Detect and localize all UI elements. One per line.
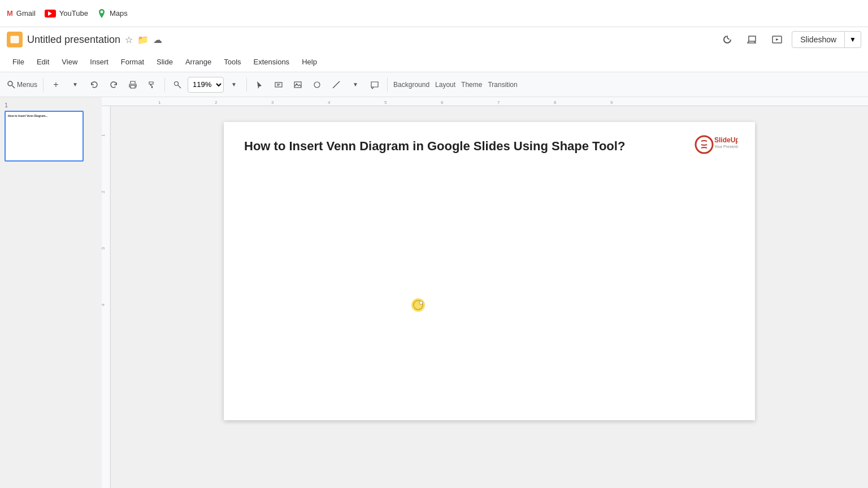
menu-view[interactable]: View (56, 55, 83, 68)
comments-button[interactable] (742, 29, 762, 50)
toolbar-add-group: + ▼ (47, 76, 84, 94)
gmail-label: Gmail (16, 9, 36, 18)
menu-extensions[interactable]: Extensions (248, 55, 296, 68)
title-bar: Untitled presentation ☆ 📁 ☁ Slideshow ▼ (0, 27, 868, 52)
svg-text:6: 6 (441, 100, 444, 105)
svg-point-35 (419, 301, 423, 304)
toolbar-divider-4 (387, 78, 388, 91)
slideuplift-icon: SlideUpLift Your Presentation Partner (693, 133, 738, 156)
slide-number-label: 1 (5, 102, 97, 108)
comment-button[interactable] (366, 76, 384, 94)
paint-format-button[interactable] (143, 76, 161, 94)
zoom-selector[interactable]: 119% 100% 75% 50% (188, 77, 224, 93)
svg-text:1: 1 (102, 134, 106, 137)
toolbar-divider-2 (164, 78, 165, 91)
cloud-icon[interactable]: ☁ (153, 34, 162, 45)
svg-point-3 (8, 81, 12, 86)
svg-text:2: 2 (215, 100, 218, 105)
youtube-label: YouTube (59, 9, 88, 18)
header-actions: Slideshow ▼ (717, 29, 861, 50)
svg-text:4: 4 (328, 100, 331, 105)
line-dropdown[interactable]: ▼ (346, 76, 364, 94)
horizontal-ruler: 1 2 3 4 5 6 7 8 9 (102, 97, 868, 106)
background-label: Background (393, 81, 429, 89)
gmail-icon: M (7, 9, 13, 18)
present-options-button[interactable] (767, 29, 787, 50)
svg-text:9: 9 (610, 100, 613, 105)
slide-container: How to Insert Venn Diagram in Google Sli… (224, 122, 755, 420)
svg-line-14 (333, 81, 340, 88)
menu-slide[interactable]: Slide (151, 55, 179, 68)
browser-topbar: M Gmail YouTube Maps (0, 0, 868, 27)
svg-text:SlideUpLift: SlideUpLift (714, 136, 738, 144)
toolbar-divider-1 (43, 78, 44, 91)
menus-label: Menus (17, 81, 37, 89)
youtube-link[interactable]: YouTube (45, 9, 88, 18)
version-history-button[interactable] (717, 29, 737, 50)
add-slide-dropdown[interactable]: ▼ (66, 76, 84, 94)
menu-tools[interactable]: Tools (218, 55, 246, 68)
svg-text:2: 2 (102, 190, 106, 193)
svg-text:Your Presentation Partner: Your Presentation Partner (714, 145, 738, 149)
svg-rect-11 (294, 82, 301, 88)
svg-rect-5 (131, 85, 135, 88)
theme-button[interactable]: Theme (459, 76, 484, 94)
select-tool-button[interactable] (250, 76, 268, 94)
slide-thumb-title: How to Insert Venn Diagram... (6, 112, 50, 120)
menu-file[interactable]: File (7, 55, 30, 68)
zoom-dropdown[interactable]: ▼ (225, 76, 243, 94)
maps-label: Maps (110, 9, 128, 18)
add-slide-button[interactable]: + (47, 76, 65, 94)
search-menus-button[interactable]: Menus (5, 76, 40, 94)
presentation-title[interactable]: Untitled presentation (27, 34, 120, 46)
svg-text:1: 1 (158, 100, 161, 105)
vertical-ruler: 1 2 3 4 (102, 106, 111, 488)
theme-label: Theme (461, 81, 482, 89)
slideshow-button-group: Slideshow ▼ (792, 31, 861, 48)
svg-point-13 (314, 82, 320, 88)
shape-button[interactable] (308, 76, 326, 94)
menu-insert[interactable]: Insert (84, 55, 114, 68)
menu-edit[interactable]: Edit (31, 55, 55, 68)
image-button[interactable] (289, 76, 307, 94)
toolbar-divider-3 (246, 78, 247, 91)
cursor-indicator (410, 297, 424, 311)
layout-label: Layout (435, 81, 455, 89)
menu-format[interactable]: Format (115, 55, 150, 68)
text-box-button[interactable] (270, 76, 288, 94)
svg-text:4: 4 (102, 303, 106, 306)
slideshow-dropdown-button[interactable]: ▼ (845, 31, 861, 48)
toolbar-search-group: Menus (5, 76, 40, 94)
star-icon[interactable]: ☆ (125, 34, 133, 45)
slideshow-button[interactable]: Slideshow (792, 31, 845, 48)
line-tool-button[interactable] (327, 76, 345, 94)
canvas-row: 1 2 3 4 How to Insert Venn Diagram in Go… (102, 106, 868, 488)
svg-text:8: 8 (554, 100, 557, 105)
svg-text:3: 3 (102, 247, 106, 250)
slide-panel: 1 How to Insert Venn Diagram... (0, 97, 102, 488)
slide-canvas[interactable]: How to Insert Venn Diagram in Google Sli… (111, 106, 868, 488)
svg-text:7: 7 (497, 100, 500, 105)
maps-icon (97, 9, 106, 18)
svg-point-6 (175, 81, 179, 85)
print-button[interactable] (124, 76, 142, 94)
gmail-link[interactable]: M Gmail (7, 9, 36, 18)
slideuplift-logo: SlideUpLift Your Presentation Partner (693, 133, 738, 156)
zoom-button[interactable] (168, 76, 186, 94)
main-area: 1 How to Insert Venn Diagram... 1 2 3 4 … (0, 97, 868, 488)
background-button[interactable]: Background (391, 76, 432, 94)
svg-line-7 (178, 85, 181, 88)
menu-arrange[interactable]: Arrange (180, 55, 217, 68)
toolbar: Menus + ▼ 119% 100% 75% 50% ▼ (0, 72, 868, 97)
layout-button[interactable]: Layout (433, 76, 458, 94)
svg-rect-8 (275, 82, 282, 87)
folder-icon[interactable]: 📁 (137, 34, 149, 45)
slide-thumbnail-1[interactable]: How to Insert Venn Diagram... (5, 111, 84, 162)
redo-button[interactable] (105, 76, 123, 94)
menu-bar: File Edit View Insert Format Slide Arran… (0, 52, 868, 72)
svg-text:3: 3 (271, 100, 274, 105)
menu-help[interactable]: Help (296, 55, 323, 68)
undo-button[interactable] (85, 76, 103, 94)
maps-link[interactable]: Maps (97, 9, 128, 18)
transition-button[interactable]: Transition (485, 76, 519, 94)
